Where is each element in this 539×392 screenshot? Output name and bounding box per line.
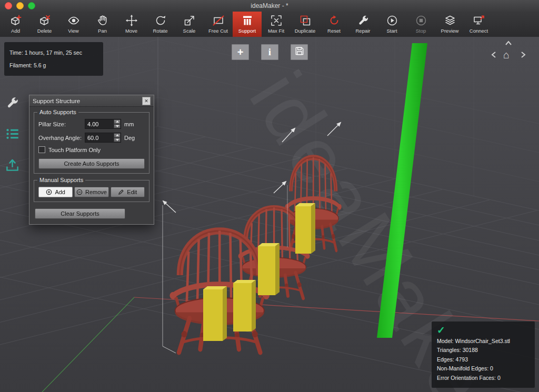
toolbar-label: Add: [11, 28, 20, 34]
eye-icon: [67, 14, 80, 27]
rotate-right-button[interactable]: [519, 51, 527, 59]
toolbar-preview[interactable]: Preview: [435, 12, 464, 37]
toolbar-label: View: [68, 28, 78, 34]
manual-remove-button[interactable]: Remove: [74, 187, 108, 197]
manual-edit-label: Edit: [127, 189, 137, 195]
reset-icon: [328, 14, 341, 27]
pillar-size-spinner: [85, 119, 121, 129]
info-icon: i: [268, 46, 271, 58]
manual-edit-button[interactable]: Edit: [111, 187, 145, 197]
toolbar-label: Repair: [356, 28, 371, 34]
circle-plus-icon: [46, 189, 52, 195]
ideamaker-window: ideaMaker - * Add Delete View Pan Move R…: [0, 0, 539, 392]
rotate-up-button[interactable]: [504, 39, 513, 47]
overhang-angle-spinner: [85, 133, 121, 143]
support-pillars-icon: [241, 14, 254, 27]
dialog-titlebar[interactable]: Support Structure ✕: [29, 95, 154, 107]
viewport[interactable]: ideaMaker: [0, 37, 539, 392]
add-model-button[interactable]: +: [232, 44, 249, 60]
free-cut-icon: [212, 14, 225, 27]
toolbar-start[interactable]: Start: [377, 12, 406, 37]
home-view-button[interactable]: ⌂: [503, 49, 510, 60]
toolbar-delete[interactable]: Delete: [30, 12, 59, 37]
manual-supports-legend: Manual Supports: [37, 177, 85, 183]
touch-platform-only-checkbox[interactable]: [38, 146, 45, 153]
overhang-spin-up-button[interactable]: [114, 133, 121, 138]
support-pillar[interactable]: [258, 243, 280, 295]
toolbar-reset[interactable]: Reset: [320, 12, 348, 37]
toolbar-rotate[interactable]: Rotate: [146, 12, 175, 37]
model-edges: Edges: 4793: [437, 355, 530, 365]
clear-supports-button[interactable]: Clear Supports: [35, 208, 125, 219]
filament-usage: Filament: 5.6 g: [9, 59, 98, 72]
toolbar-max-fit[interactable]: Max Fit: [262, 12, 291, 37]
hand-icon: [96, 14, 109, 27]
toolbar-scale[interactable]: Scale: [175, 12, 204, 37]
toolbar-repair[interactable]: Repair: [348, 12, 377, 37]
rotate-left-button[interactable]: [490, 51, 498, 59]
titlebar[interactable]: ideaMaker - *: [0, 0, 539, 12]
side-toolbar: [4, 96, 20, 174]
model-info-panel: ✓ Model: WindsorChair_Set3.stl Triangles…: [432, 321, 535, 388]
auto-supports-group: Auto Supports Pillar Size: mm: [34, 112, 149, 174]
start-icon: [386, 14, 398, 27]
model-ok-check-icon: ✓: [437, 324, 530, 337]
pillar-size-spin-down-button[interactable]: [114, 124, 121, 129]
upload-icon: [5, 158, 19, 172]
pillar-size-spin-up-button[interactable]: [114, 119, 121, 124]
model-list-button[interactable]: [5, 127, 19, 143]
toolbar-connect[interactable]: Connect: [464, 12, 493, 37]
print-stats-panel: Time: 1 hours, 17 min, 25 sec Filament: …: [4, 42, 103, 76]
export-upload-button[interactable]: [5, 158, 19, 174]
manual-remove-label: Remove: [85, 189, 107, 195]
dialog-close-button[interactable]: ✕: [142, 97, 151, 105]
create-auto-supports-button[interactable]: Create Auto Supports: [38, 158, 145, 169]
close-icon: ✕: [144, 98, 148, 104]
wrench-icon: [5, 96, 19, 110]
repair-wrench-icon: [357, 14, 370, 27]
plus-icon: +: [237, 46, 244, 58]
support-pillar[interactable]: [295, 203, 315, 254]
toolbar-add[interactable]: Add: [1, 12, 30, 37]
preview-layers-icon: [444, 14, 456, 27]
chevron-right-icon: [519, 51, 527, 59]
toolbar-label: Max Fit: [268, 28, 284, 34]
manual-supports-group: Manual Supports Add Remove Edit: [34, 180, 149, 202]
dialog-title: Support Structure: [33, 98, 80, 104]
pencil-icon: [118, 189, 124, 195]
toolbar-view[interactable]: View: [59, 12, 88, 37]
toolbar-label: Rotate: [153, 28, 168, 34]
model-filename: Model: WindsorChair_Set3.stl: [437, 337, 530, 346]
support-pillar[interactable]: [233, 280, 256, 331]
toolbar-move[interactable]: Move: [117, 12, 146, 37]
scale-icon: [183, 14, 196, 27]
model-info-button[interactable]: i: [261, 44, 278, 60]
toolbar-label: Connect: [470, 28, 488, 34]
settings-tool-button[interactable]: [5, 96, 19, 112]
overhang-spin-down-button[interactable]: [114, 138, 121, 143]
manual-add-button[interactable]: Add: [38, 187, 73, 197]
view-navigation: ⌂: [486, 38, 531, 63]
toolbar-label: Reset: [327, 28, 341, 34]
pillar-size-unit: mm: [124, 121, 134, 127]
toolbar-label: Duplicate: [295, 28, 316, 34]
chevron-up-icon: [504, 39, 513, 47]
toolbar-label: Preview: [441, 28, 459, 34]
rotate-icon: [154, 14, 167, 27]
support-pillar[interactable]: [203, 286, 227, 341]
toolbar-label: Pan: [98, 28, 107, 34]
touch-platform-only-label: Touch Platform Only: [48, 147, 101, 153]
overhang-angle-label: Overhang Angle:: [38, 135, 85, 141]
toolbar-duplicate[interactable]: Duplicate: [291, 12, 320, 37]
model-non-manifold: Non-Manifold Edges: 0: [437, 364, 530, 374]
toolbar-pan[interactable]: Pan: [88, 12, 117, 37]
overhang-angle-input[interactable]: [85, 133, 114, 142]
overhang-angle-unit: Deg: [124, 135, 135, 141]
toolbar-support[interactable]: Support: [233, 12, 262, 37]
model-error-faces: Error Orientation Faces: 0: [437, 374, 530, 383]
pillar-size-input[interactable]: [85, 119, 114, 128]
toolbar-free-cut[interactable]: Free Cut: [204, 12, 233, 37]
save-button[interactable]: [291, 44, 308, 60]
save-icon: [294, 46, 305, 59]
pillar-size-label: Pillar Size:: [38, 121, 85, 127]
